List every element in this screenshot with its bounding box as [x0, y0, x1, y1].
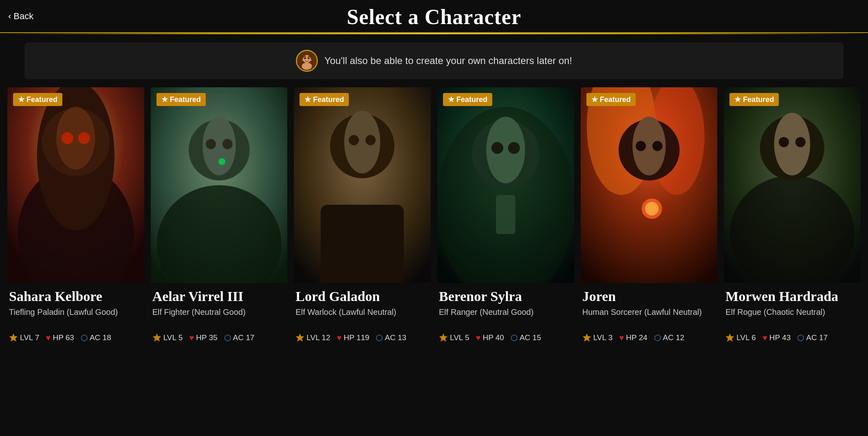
star-icon: ★	[448, 95, 454, 104]
featured-badge-morwen: ★ Featured	[729, 93, 779, 106]
shield-icon-sahara: ⬡	[81, 333, 88, 343]
shield-icon-morwen: ⬡	[797, 333, 804, 343]
character-class-joren: Human Sorcerer (Lawful Neutral)	[582, 308, 716, 328]
featured-badge-aelar: ★ Featured	[156, 93, 206, 106]
svg-point-3	[304, 58, 306, 59]
ac-stat-aelar: ⬡ AC 17	[224, 333, 255, 343]
svg-point-44	[652, 141, 662, 151]
character-portrait-sahara: ★ Featured	[7, 87, 144, 283]
character-class-berenor: Elf Ranger (Neutral Good)	[439, 308, 573, 328]
featured-badge-joren: ★ Featured	[586, 93, 636, 106]
character-name-aelar: Aelar Virrel III	[152, 289, 286, 304]
hp-stat-sahara: ♥ HP 63	[46, 333, 74, 343]
character-stats-sahara: LVL 7 ♥ HP 63 ⬡ AC 18	[9, 333, 143, 343]
svg-marker-14	[10, 334, 18, 341]
character-stats-berenor: LVL 5 ♥ HP 40 ⬡ AC 15	[439, 333, 573, 343]
featured-badge-berenor: ★ Featured	[443, 93, 492, 106]
star-icon: ★	[734, 95, 741, 104]
svg-marker-22	[153, 334, 161, 341]
character-portrait-joren: ★ Featured	[581, 87, 718, 283]
star-icon: ★	[591, 95, 598, 104]
shield-icon-aelar: ⬡	[224, 333, 231, 343]
lvl-icon-morwen	[725, 333, 734, 342]
hp-stat-morwen: ♥ HP 43	[762, 333, 791, 343]
character-card-sahara[interactable]: ★ Featured Sahara Kelbore Tiefling Palad…	[7, 87, 144, 347]
character-class-aelar: Elf Fighter (Neutral Good)	[152, 308, 286, 328]
character-name-berenor: Berenor Sylra	[439, 289, 573, 304]
character-name-galadon: Lord Galadon	[295, 289, 429, 304]
heart-icon-joren: ♥	[619, 333, 624, 343]
character-info-morwen: Morwen Hardrada Elf Rogue (Chaotic Neutr…	[724, 283, 861, 347]
svg-point-20	[222, 139, 232, 149]
character-stats-morwen: LVL 6 ♥ HP 43 ⬡ AC 17	[725, 333, 859, 343]
character-name-joren: Joren	[582, 289, 716, 304]
svg-point-35	[508, 142, 520, 154]
character-class-morwen: Elf Rogue (Chaotic Neutral)	[725, 308, 859, 328]
character-class-galadon: Elf Warlock (Lawful Neutral)	[295, 308, 429, 328]
character-stats-joren: LVL 3 ♥ HP 24 ⬡ AC 12	[582, 333, 716, 343]
svg-rect-36	[496, 195, 516, 234]
ac-stat-joren: ⬡ AC 12	[654, 333, 685, 343]
svg-point-52	[779, 137, 789, 147]
hp-stat-aelar: ♥ HP 35	[189, 333, 217, 343]
character-name-sahara: Sahara Kelbore	[9, 289, 143, 304]
narrator-avatar	[296, 50, 318, 72]
page-header: ‹ Back Select a Character	[0, 0, 868, 33]
lvl-stat-sahara: LVL 7	[9, 333, 40, 342]
heart-icon-berenor: ♥	[476, 333, 481, 343]
hp-stat-joren: ♥ HP 24	[619, 333, 647, 343]
character-card-aelar[interactable]: ★ Featured Aelar Virrel III Elf Fighter …	[151, 87, 288, 347]
featured-label: Featured	[170, 95, 201, 104]
featured-badge-sahara: ★ Featured	[13, 93, 62, 106]
heart-icon-sahara: ♥	[46, 333, 51, 343]
characters-grid: ★ Featured Sahara Kelbore Tiefling Palad…	[0, 87, 868, 347]
lvl-stat-aelar: LVL 5	[152, 333, 183, 342]
featured-label: Featured	[26, 95, 57, 104]
svg-rect-6	[309, 60, 311, 61]
svg-point-46	[645, 202, 659, 215]
svg-point-53	[795, 137, 806, 147]
back-button[interactable]: ‹ Back	[8, 11, 33, 22]
character-card-berenor[interactable]: ★ Featured Berenor Sylra Elf Ranger (Neu…	[437, 87, 574, 347]
lvl-stat-morwen: LVL 6	[725, 333, 756, 342]
svg-marker-54	[726, 334, 734, 341]
character-portrait-galadon: ★ Featured	[294, 87, 431, 283]
shield-icon-berenor: ⬡	[511, 333, 518, 343]
star-icon: ★	[18, 95, 24, 104]
character-name-morwen: Morwen Hardrada	[725, 289, 859, 304]
svg-point-34	[491, 142, 503, 154]
lvl-stat-galadon: LVL 12	[295, 333, 330, 342]
lvl-icon-berenor	[439, 333, 448, 342]
lvl-icon-galadon	[295, 333, 304, 342]
notice-bar: You'll also be able to create your own c…	[24, 42, 844, 79]
character-card-galadon[interactable]: ★ Featured Lord Galadon Elf Warlock (Law…	[294, 87, 431, 347]
svg-marker-29	[296, 334, 304, 341]
featured-label: Featured	[456, 95, 487, 104]
avatar-image	[297, 51, 317, 71]
svg-point-19	[206, 139, 216, 149]
back-label: Back	[13, 11, 33, 22]
featured-label: Featured	[313, 95, 344, 104]
gold-divider	[0, 33, 868, 34]
svg-rect-5	[302, 60, 304, 61]
shield-icon-joren: ⬡	[654, 333, 661, 343]
lvl-icon-sahara	[9, 333, 18, 342]
lvl-stat-berenor: LVL 5	[439, 333, 469, 342]
character-card-joren[interactable]: ★ Featured Joren Human Sorcerer (Lawful …	[581, 87, 718, 347]
character-portrait-morwen: ★ Featured	[724, 87, 861, 283]
character-stats-aelar: LVL 5 ♥ HP 35 ⬡ AC 17	[152, 333, 286, 343]
hp-stat-galadon: ♥ HP 119	[337, 333, 369, 343]
character-portrait-aelar: ★ Featured	[151, 87, 288, 283]
page-title: Select a Character	[8, 5, 860, 29]
character-info-sahara: Sahara Kelbore Tiefling Paladin (Lawful …	[7, 283, 144, 347]
character-info-galadon: Lord Galadon Elf Warlock (Lawful Neutral…	[294, 283, 431, 347]
svg-point-43	[636, 141, 646, 151]
svg-marker-47	[583, 334, 590, 341]
ac-stat-galadon: ⬡ AC 13	[376, 333, 406, 343]
star-icon: ★	[161, 95, 168, 104]
back-arrow-icon: ‹	[8, 11, 11, 22]
character-info-joren: Joren Human Sorcerer (Lawful Neutral) LV…	[581, 283, 718, 347]
character-stats-galadon: LVL 12 ♥ HP 119 ⬡ AC 13	[295, 333, 429, 343]
lvl-icon-joren	[582, 333, 591, 342]
character-card-morwen[interactable]: ★ Featured Morwen Hardrada Elf Rogue (Ch…	[724, 87, 861, 347]
